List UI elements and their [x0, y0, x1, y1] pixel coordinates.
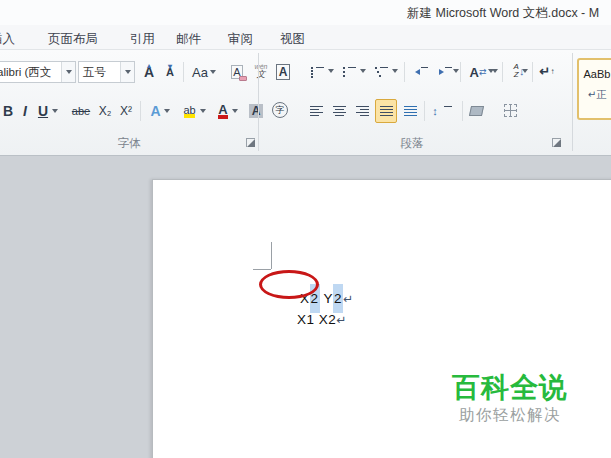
- word-window: 新建 Microsoft Word 文档.docx - M 插入 页面布局 引用…: [0, 0, 611, 458]
- watermark-subtitle: 助你轻松解决: [459, 405, 561, 426]
- strikethrough-icon: abe: [72, 105, 90, 117]
- bullets-dropdown[interactable]: [328, 69, 334, 73]
- chevron-down-icon: [125, 70, 131, 74]
- bullets-icon: [311, 67, 324, 77]
- paragraph-dialog-launcher[interactable]: [552, 138, 561, 147]
- font-size-value: 五号: [79, 65, 120, 80]
- enclose-characters-button[interactable]: 字: [269, 99, 291, 121]
- paragraph-mark: ↵: [336, 313, 346, 327]
- borders-button[interactable]: [500, 99, 520, 121]
- font-name-dropdown[interactable]: [61, 62, 75, 82]
- align-right-button[interactable]: [352, 100, 372, 122]
- document-text-line-2[interactable]: X1 X2↵: [263, 297, 346, 342]
- ribbon-tab-row: 插入 页面布局 引用 邮件 审阅 视图: [0, 25, 611, 50]
- asian-layout-button[interactable]: A ⇄: [466, 61, 490, 83]
- font-dialog-launcher[interactable]: [246, 138, 255, 147]
- tab-insert[interactable]: 插入: [0, 29, 19, 50]
- shading-button[interactable]: [466, 100, 486, 122]
- tab-mailings[interactable]: 邮件: [172, 29, 205, 50]
- text-highlight-icon: ab: [182, 104, 196, 119]
- tab-page-layout[interactable]: 页面布局: [44, 29, 102, 50]
- character-shading-button[interactable]: A: [245, 100, 267, 122]
- text-highlight-button[interactable]: ab: [178, 100, 210, 122]
- chevron-down-icon: [200, 109, 206, 113]
- show-hide-marks-button[interactable]: ↵ ↑: [537, 60, 557, 82]
- paragraph-group-label: 段落: [262, 136, 562, 151]
- style-tile-normal[interactable]: AaBb ↵正: [577, 58, 611, 120]
- style-preview-text: AaBb: [579, 68, 611, 80]
- separator: [183, 62, 184, 82]
- group-separator: [258, 53, 259, 151]
- bold-button[interactable]: B: [0, 100, 16, 122]
- red-circle-annotation: [259, 270, 319, 299]
- chevron-down-icon: [52, 109, 58, 113]
- bullets-button[interactable]: [308, 61, 326, 83]
- borders-dropdown[interactable]: [522, 69, 528, 73]
- multilevel-list-button[interactable]: [372, 61, 390, 83]
- tab-view[interactable]: 视图: [276, 29, 309, 50]
- subscript-button[interactable]: X₂: [95, 100, 115, 122]
- strikethrough-button[interactable]: abe: [68, 100, 94, 122]
- subscript-icon: X₂: [99, 104, 112, 118]
- italic-icon: I: [23, 103, 27, 119]
- window-title: 新建 Microsoft Word 文档.docx - M: [407, 5, 599, 22]
- justify-button[interactable]: [375, 99, 397, 123]
- italic-button[interactable]: I: [18, 100, 32, 122]
- align-right-icon: [356, 106, 369, 116]
- font-color-button[interactable]: A: [212, 100, 242, 122]
- grow-font-button[interactable]: A ▴: [139, 61, 159, 83]
- multilevel-list-dropdown[interactable]: [392, 69, 398, 73]
- increase-indent-icon: [439, 67, 452, 77]
- font-size-combobox[interactable]: 五号: [78, 61, 135, 83]
- borders-grid-icon: [504, 104, 517, 117]
- distributed-button[interactable]: [400, 100, 420, 122]
- font-name-value: alibri (西文: [0, 65, 61, 80]
- align-left-button[interactable]: [306, 100, 326, 122]
- style-preview-name: ↵正: [579, 88, 611, 102]
- margin-crop-mark: [253, 269, 271, 270]
- superscript-icon: X²: [120, 104, 132, 118]
- underline-button[interactable]: U: [34, 100, 62, 122]
- text-effects-button[interactable]: A: [145, 100, 175, 122]
- group-separator: [572, 53, 573, 151]
- shading-dropdown[interactable]: [488, 69, 494, 73]
- multilevel-list-icon: [375, 67, 388, 77]
- underline-icon: U: [38, 103, 48, 119]
- separator: [424, 101, 425, 121]
- numbering-button[interactable]: [340, 61, 358, 83]
- numbering-dropdown[interactable]: [360, 69, 366, 73]
- font-size-dropdown[interactable]: [120, 62, 134, 82]
- change-case-button[interactable]: Aa: [188, 61, 220, 83]
- clear-formatting-button[interactable]: A: [226, 61, 248, 83]
- enclose-characters-icon: 字: [272, 102, 288, 118]
- document-page[interactable]: X2 Y2↵ X1 X2↵ 百科全说 助你轻松解决: [152, 179, 611, 458]
- shrink-font-button[interactable]: A ▾: [160, 61, 180, 83]
- separator: [532, 62, 533, 82]
- separator: [140, 101, 141, 121]
- phonetic-guide-icon: wén 文: [255, 63, 268, 79]
- title-bar: 新建 Microsoft Word 文档.docx - M: [0, 0, 611, 25]
- chevron-down-icon: [232, 109, 238, 113]
- distributed-icon: [404, 106, 417, 116]
- chevron-down-icon: [210, 70, 216, 74]
- superscript-button[interactable]: X²: [116, 100, 136, 122]
- phonetic-guide-button[interactable]: wén 文: [250, 60, 272, 82]
- font-name-combobox[interactable]: alibri (西文: [0, 61, 76, 83]
- separator: [502, 62, 503, 82]
- tab-review[interactable]: 审阅: [224, 29, 257, 50]
- separator: [460, 62, 461, 82]
- line-spacing-button[interactable]: ↕: [429, 100, 451, 122]
- character-shading-icon: A: [249, 104, 264, 118]
- paint-bucket-icon: [468, 106, 483, 116]
- chevron-down-icon: [66, 70, 72, 74]
- ribbon: alibri (西文 五号 A ▴ A ▾ Aa A wén 文: [0, 50, 611, 156]
- line-spacing-dropdown[interactable]: [453, 69, 459, 73]
- line-spacing-icon: ↕: [432, 105, 438, 117]
- asian-layout-icon: A: [470, 65, 479, 80]
- character-border-button[interactable]: A: [273, 61, 293, 83]
- decrease-indent-button[interactable]: [410, 61, 432, 83]
- align-center-button[interactable]: [329, 100, 349, 122]
- separator: [404, 62, 405, 82]
- align-left-icon: [310, 106, 323, 116]
- tab-references[interactable]: 引用: [126, 29, 159, 50]
